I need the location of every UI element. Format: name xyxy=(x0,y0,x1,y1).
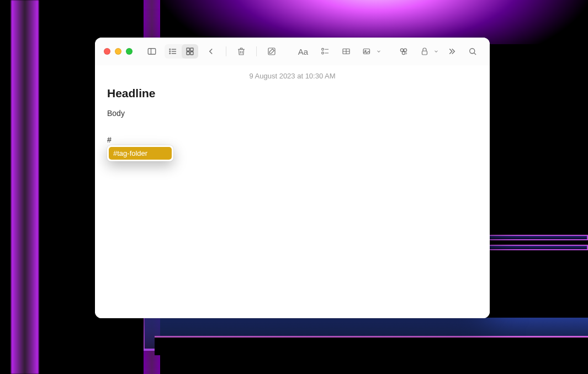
titlebar: Aa xyxy=(95,38,490,65)
note-timestamp: 9 August 2023 at 10:30 AM xyxy=(107,72,478,80)
svg-point-15 xyxy=(322,48,324,50)
svg-point-6 xyxy=(169,53,171,54)
table-button[interactable] xyxy=(338,44,354,59)
delete-button[interactable] xyxy=(233,44,250,59)
note-editor[interactable]: 9 August 2023 at 10:30 AM Headline Body … xyxy=(95,65,490,318)
chevron-down-icon xyxy=(433,49,439,54)
format-button[interactable]: Aa xyxy=(294,44,312,59)
window-controls xyxy=(104,48,133,55)
search-button[interactable] xyxy=(464,44,481,59)
media-icon xyxy=(362,46,372,56)
chevron-down-icon xyxy=(376,49,382,54)
svg-point-24 xyxy=(400,49,403,51)
compose-button[interactable] xyxy=(263,44,280,59)
zoom-button[interactable] xyxy=(126,48,133,55)
back-button[interactable] xyxy=(203,44,219,59)
compose-icon xyxy=(267,46,277,56)
note-headline[interactable]: Headline xyxy=(107,87,478,100)
toolbar-separator xyxy=(256,46,257,56)
svg-point-31 xyxy=(470,49,475,54)
svg-point-25 xyxy=(404,49,406,51)
grid-icon xyxy=(185,46,195,56)
svg-rect-0 xyxy=(148,49,156,55)
trash-icon xyxy=(236,46,246,56)
list-icon xyxy=(168,46,178,56)
toggle-sidebar-button[interactable] xyxy=(144,44,160,59)
grid-view-button[interactable] xyxy=(182,44,198,59)
svg-rect-9 xyxy=(190,48,193,51)
toolbar-separator xyxy=(226,46,226,56)
tag-input-text[interactable]: # xyxy=(107,135,478,144)
lock-dropdown[interactable] xyxy=(416,44,439,59)
svg-point-17 xyxy=(322,52,324,54)
chevron-left-icon xyxy=(206,46,216,56)
link-button[interactable] xyxy=(395,44,412,59)
svg-rect-30 xyxy=(422,51,427,55)
svg-line-32 xyxy=(474,53,476,55)
view-switcher xyxy=(165,44,198,59)
tag-suggestion-item[interactable]: #tag-folder xyxy=(109,147,172,160)
minimize-button[interactable] xyxy=(115,48,121,55)
close-button[interactable] xyxy=(104,48,110,55)
checklist-icon xyxy=(320,46,330,56)
sidebar-icon xyxy=(147,46,157,56)
link-icon xyxy=(399,46,409,56)
list-view-button[interactable] xyxy=(165,44,181,59)
lock-icon xyxy=(420,46,430,56)
tag-suggestion-popup: #tag-folder xyxy=(107,145,173,161)
note-body[interactable]: Body xyxy=(107,109,478,118)
svg-rect-11 xyxy=(190,52,193,55)
table-icon xyxy=(341,46,351,56)
svg-point-2 xyxy=(169,49,171,50)
svg-point-26 xyxy=(402,51,405,54)
checklist-button[interactable] xyxy=(317,44,333,59)
more-button[interactable] xyxy=(443,44,460,59)
svg-rect-8 xyxy=(187,48,189,51)
media-button[interactable] xyxy=(359,44,375,59)
media-dropdown[interactable] xyxy=(359,44,382,59)
search-icon xyxy=(468,46,478,56)
svg-rect-10 xyxy=(187,52,189,55)
chevron-double-right-icon xyxy=(447,46,457,56)
lock-button[interactable] xyxy=(416,44,433,59)
notes-window: Aa 9 A xyxy=(95,38,490,318)
format-icon: Aa xyxy=(298,47,308,56)
svg-point-4 xyxy=(169,51,171,52)
